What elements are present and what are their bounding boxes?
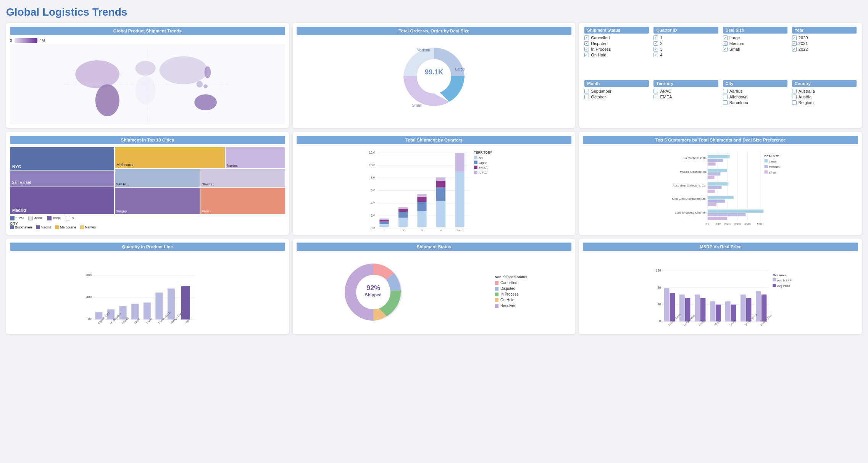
small-checkbox[interactable] bbox=[723, 47, 728, 51]
treemap-madrid: Madrid bbox=[10, 186, 114, 214]
filter-small[interactable]: Small bbox=[723, 47, 787, 51]
svg-rect-100 bbox=[765, 170, 768, 174]
treemap-row1: Melbourne Nantes bbox=[115, 147, 285, 168]
filter-october[interactable]: October bbox=[584, 95, 649, 99]
treemap-container: NYC San Rafael Madrid Melbourne Nantes S… bbox=[10, 147, 285, 214]
legend-resolved: Resolved bbox=[495, 304, 527, 308]
filter-large[interactable]: Large bbox=[723, 35, 787, 40]
territory-filter: Territory APAC EMEA bbox=[653, 80, 718, 125]
legend-on-hold: On Hold bbox=[495, 298, 527, 302]
filter-belgium[interactable]: Belgium bbox=[792, 100, 857, 105]
legend-madrid: Madrid bbox=[36, 225, 52, 229]
on-hold-checkbox[interactable] bbox=[584, 53, 589, 57]
australia-checkbox[interactable] bbox=[792, 89, 797, 93]
legend-melbourne: Melbourne bbox=[55, 225, 76, 229]
in-process-checkbox[interactable] bbox=[584, 47, 589, 51]
svg-rect-33 bbox=[379, 220, 389, 221]
filter-q3[interactable]: 3 bbox=[653, 47, 718, 51]
disputed-checkbox[interactable] bbox=[584, 41, 589, 46]
svg-rect-61 bbox=[474, 171, 477, 174]
barcelona-checkbox[interactable] bbox=[723, 100, 728, 105]
svg-text:Small: Small bbox=[769, 171, 776, 174]
qty-product-line-card: Quantity in Product Line 0K 40K 80K bbox=[6, 239, 289, 334]
filter-on-hold[interactable]: On Hold bbox=[584, 53, 649, 57]
svg-rect-135 bbox=[664, 288, 670, 321]
y2020-checkbox[interactable] bbox=[792, 35, 797, 40]
large-checkbox[interactable] bbox=[723, 35, 728, 40]
svg-text:6M: 6M bbox=[371, 188, 375, 192]
svg-text:2: 2 bbox=[402, 229, 404, 231]
y2022-checkbox[interactable] bbox=[792, 47, 797, 51]
msrp-title: MSRP Vs Real Price bbox=[583, 243, 858, 251]
msrp-chart-container: 0 40 80 120 bbox=[583, 254, 858, 330]
svg-point-4 bbox=[160, 56, 208, 85]
filter-austria[interactable]: Austria bbox=[792, 95, 857, 99]
treemap-row2: San Fr... New B. bbox=[115, 169, 285, 186]
svg-rect-78 bbox=[708, 199, 725, 203]
filter-barcelona[interactable]: Barcelona bbox=[723, 100, 787, 105]
filter-q4[interactable]: 4 bbox=[653, 53, 718, 57]
filter-2021[interactable]: 2021 bbox=[792, 41, 857, 46]
q2-checkbox[interactable] bbox=[653, 41, 658, 46]
filter-q2[interactable]: 2 bbox=[653, 41, 718, 46]
filter-september[interactable]: September bbox=[584, 89, 649, 93]
legend-0: 0 bbox=[66, 216, 74, 220]
svg-rect-96 bbox=[765, 159, 768, 162]
emea-checkbox[interactable] bbox=[653, 95, 658, 99]
filter-2020[interactable]: 2020 bbox=[792, 35, 857, 40]
svg-text:120: 120 bbox=[656, 268, 661, 272]
filter-australia[interactable]: Australia bbox=[792, 89, 857, 93]
filter-q1[interactable]: 1 bbox=[653, 35, 718, 40]
filters-panel: Shipment Status Cancelled Disputed In Pr… bbox=[579, 23, 862, 128]
aarhus-checkbox[interactable] bbox=[723, 89, 728, 93]
filter-medium[interactable]: Medium bbox=[723, 41, 787, 46]
apac-checkbox[interactable] bbox=[653, 89, 658, 93]
svg-text:400K: 400K bbox=[744, 222, 751, 226]
svg-text:500K: 500K bbox=[757, 222, 764, 226]
svg-text:Avg MSRP: Avg MSRP bbox=[777, 279, 792, 282]
q1-checkbox[interactable] bbox=[653, 35, 658, 40]
belgium-checkbox[interactable] bbox=[792, 100, 797, 105]
year-filter: Year 2020 2021 2022 bbox=[792, 27, 857, 77]
svg-text:TERRITORY: TERRITORY bbox=[474, 151, 492, 154]
order-donut-svg: 99.1K Medium Large Small bbox=[396, 40, 472, 113]
medium-checkbox[interactable] bbox=[723, 41, 728, 46]
svg-text:99.1K: 99.1K bbox=[425, 68, 443, 76]
svg-point-1 bbox=[95, 84, 119, 116]
quarter-id-filter: Quarter ID 1 2 3 4 bbox=[653, 27, 718, 77]
filter-in-process[interactable]: In Process bbox=[584, 47, 649, 51]
svg-rect-157 bbox=[773, 278, 776, 281]
filter-apac[interactable]: APAC bbox=[653, 89, 718, 93]
q4-checkbox[interactable] bbox=[653, 53, 658, 57]
svg-rect-141 bbox=[710, 301, 715, 322]
city-filter: City Aarhus Allentown Barcelona bbox=[723, 80, 787, 125]
status-donut-svg: 92% Shipped bbox=[341, 260, 406, 325]
filter-2022[interactable]: 2022 bbox=[792, 47, 857, 51]
filter-aarhus[interactable]: Aarhus bbox=[723, 89, 787, 93]
filter-allentown[interactable]: Allentown bbox=[723, 95, 787, 99]
y2021-checkbox[interactable] bbox=[792, 41, 797, 46]
filter-disputed[interactable]: Disputed bbox=[584, 41, 649, 46]
svg-text:EMEA: EMEA bbox=[479, 166, 488, 170]
october-checkbox[interactable] bbox=[584, 95, 589, 99]
allentown-checkbox[interactable] bbox=[723, 95, 728, 99]
svg-text:Shipped: Shipped bbox=[365, 293, 381, 297]
svg-text:100K: 100K bbox=[715, 222, 721, 226]
q3-checkbox[interactable] bbox=[653, 47, 658, 51]
total-order-card: Total Order vs. Order by Deal Size 99.1K… bbox=[293, 23, 576, 128]
svg-rect-140 bbox=[700, 298, 706, 322]
treemap-nyc: NYC bbox=[10, 147, 114, 170]
global-shipment-card: Global Product Shipment Trends 0 4M bbox=[6, 23, 289, 128]
austria-checkbox[interactable] bbox=[792, 95, 797, 99]
cancelled-checkbox[interactable] bbox=[584, 35, 589, 40]
filter-cancelled[interactable]: Cancelled bbox=[584, 35, 649, 40]
svg-text:80K: 80K bbox=[86, 273, 92, 277]
svg-rect-46 bbox=[436, 177, 445, 181]
treemap-col1: NYC San Rafael Madrid bbox=[10, 147, 114, 214]
msrp-card: MSRP Vs Real Price 0 40 80 120 bbox=[579, 239, 862, 334]
total-order-title: Total Order vs. Order by Deal Size bbox=[297, 27, 572, 35]
september-checkbox[interactable] bbox=[584, 89, 589, 93]
svg-text:Large: Large bbox=[769, 160, 777, 163]
filter-emea[interactable]: EMEA bbox=[653, 95, 718, 99]
svg-point-124 bbox=[356, 275, 390, 309]
